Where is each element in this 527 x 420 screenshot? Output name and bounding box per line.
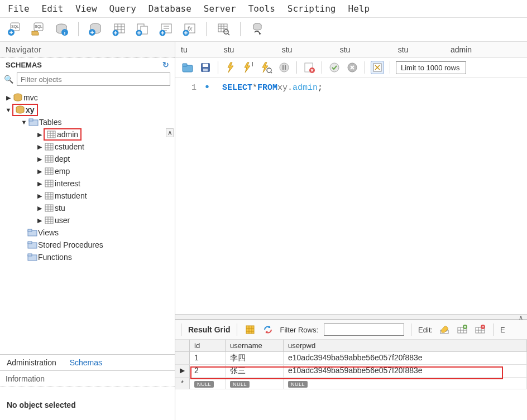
tab-item[interactable]: stu [316, 45, 374, 54]
table-cstudent[interactable]: cstudent [55, 142, 84, 151]
cell[interactable]: 2 [190, 365, 226, 378]
open-sql-file-icon[interactable]: SQL [30, 21, 46, 37]
execute-icon[interactable] [224, 61, 237, 74]
refresh-schemas-icon[interactable]: ↻ [162, 60, 169, 69]
result-grid-view-icon[interactable] [244, 324, 256, 336]
reconnect-icon[interactable] [250, 21, 265, 37]
main-pane: tu stu stu stu stu admin I Limit to 1000 [175, 42, 527, 420]
sql-semicolon: ; [318, 83, 323, 93]
create-function-icon[interactable]: fx [181, 21, 197, 37]
db-mvc[interactable]: mvc [23, 93, 38, 102]
expand-icon[interactable] [36, 143, 44, 151]
refresh-icon[interactable] [262, 324, 274, 336]
create-schema-icon[interactable] [88, 21, 103, 37]
limit-rows-select[interactable]: Limit to 1000 rows [396, 61, 466, 74]
svg-rect-20 [218, 24, 227, 32]
filter-rows-input[interactable] [324, 324, 404, 336]
tab-item[interactable]: admin [432, 45, 490, 54]
menu-database[interactable]: Database [148, 3, 191, 14]
menu-edit[interactable]: Edit [42, 3, 64, 14]
delete-row-icon[interactable] [474, 324, 486, 336]
cell-null[interactable]: NULL [226, 378, 284, 389]
menu-help[interactable]: Help [348, 3, 370, 14]
tab-item[interactable]: stu [258, 45, 316, 54]
tab-item[interactable]: stu [200, 45, 258, 54]
collapse-icon[interactable] [20, 119, 28, 125]
create-table-icon[interactable] [111, 21, 127, 37]
expand-icon[interactable] [4, 94, 12, 102]
cell[interactable]: 1 [190, 352, 226, 365]
cell[interactable]: e10adc3949ba59abbe56e057f20f883e [284, 365, 527, 378]
explain-icon[interactable] [260, 61, 273, 74]
expand-icon[interactable] [36, 192, 44, 200]
autocommit-toggle-icon[interactable] [371, 61, 384, 74]
navigator-sidebar: Navigator SCHEMAS ↻ 🔍 ∧ mvc [0, 42, 175, 420]
row-header[interactable]: * [175, 378, 190, 389]
create-view-icon[interactable] [135, 21, 150, 37]
menu-view[interactable]: View [75, 3, 97, 14]
menu-scripting[interactable]: Scripting [288, 3, 336, 14]
new-sql-tab-icon[interactable]: SQL [7, 21, 22, 37]
tab-schemas[interactable]: Schemas [63, 355, 109, 370]
table-dept[interactable]: dept [55, 155, 70, 163]
filter-objects-input[interactable] [17, 73, 170, 86]
stop-on-error-icon[interactable] [303, 61, 316, 74]
breakpoint-icon[interactable]: • [202, 84, 212, 91]
expand-icon[interactable] [36, 205, 44, 212]
svg-rect-56 [246, 326, 254, 334]
rollback-icon[interactable] [346, 61, 359, 74]
row-header[interactable] [175, 352, 190, 365]
cell[interactable]: e10adc3949ba59abbe56e057f20f883e [284, 352, 527, 365]
save-icon[interactable] [199, 61, 212, 74]
commit-icon[interactable] [328, 61, 341, 74]
col-username[interactable]: username [226, 340, 284, 352]
expand-icon[interactable] [36, 131, 44, 138]
expand-icon[interactable] [36, 168, 44, 175]
tab-item[interactable]: tu [181, 45, 200, 54]
edit-row-icon[interactable] [438, 324, 451, 336]
result-grid[interactable]: id username userpwd 1 李四 e10adc3949ba59a… [175, 340, 527, 420]
folder-icon [27, 240, 38, 250]
menu-query[interactable]: Query [109, 3, 136, 14]
server-info-icon[interactable]: i [54, 21, 69, 37]
menu-server[interactable]: Server [204, 3, 236, 14]
row-header[interactable]: ▶ [175, 365, 190, 378]
search-table-icon[interactable] [215, 21, 231, 37]
pane-splitter[interactable]: ∧ [175, 314, 527, 320]
menu-file[interactable]: File [8, 3, 30, 14]
cell[interactable]: 张三 [226, 365, 284, 378]
table-admin[interactable]: admin [57, 130, 78, 139]
stored-procedures-folder[interactable]: Stored Procedures [38, 240, 103, 249]
expand-icon[interactable] [36, 180, 44, 187]
menu-tools[interactable]: Tools [248, 3, 275, 14]
expand-icon[interactable] [36, 156, 44, 163]
sql-editor[interactable]: 1 • SELECT * FROM xy . admin ; [175, 78, 527, 314]
table-emp[interactable]: emp [55, 167, 70, 176]
views-folder[interactable]: Views [38, 228, 59, 237]
cell-null[interactable]: NULL [190, 378, 226, 389]
expand-icon[interactable] [36, 217, 44, 224]
functions-folder[interactable]: Functions [38, 253, 72, 262]
col-userpwd[interactable]: userpwd [284, 340, 527, 352]
sql-schema: xy [277, 83, 288, 93]
tab-item[interactable]: stu [374, 45, 432, 54]
table-user[interactable]: user [55, 216, 70, 225]
create-procedure-icon[interactable] [158, 21, 174, 37]
open-file-icon[interactable] [181, 61, 194, 74]
execute-current-icon[interactable]: I [242, 61, 255, 74]
table-stu[interactable]: stu [55, 204, 65, 213]
table-icon [44, 203, 55, 213]
tab-administration[interactable]: Administration [0, 355, 63, 370]
col-id[interactable]: id [190, 340, 226, 352]
cell-null[interactable]: NULL [284, 378, 527, 389]
table-mstudent[interactable]: mstudent [55, 191, 87, 200]
schema-tree[interactable]: ∧ mvc xy [0, 89, 175, 354]
add-row-icon[interactable] [456, 324, 468, 336]
chevron-up-icon[interactable]: ∧ [517, 314, 525, 321]
table-interest[interactable]: interest [55, 179, 80, 188]
tables-folder[interactable]: Tables [39, 118, 61, 127]
collapse-icon[interactable] [4, 107, 12, 113]
stop-icon[interactable] [277, 61, 291, 74]
db-xy[interactable]: xy [26, 105, 35, 114]
cell[interactable]: 李四 [226, 352, 284, 365]
